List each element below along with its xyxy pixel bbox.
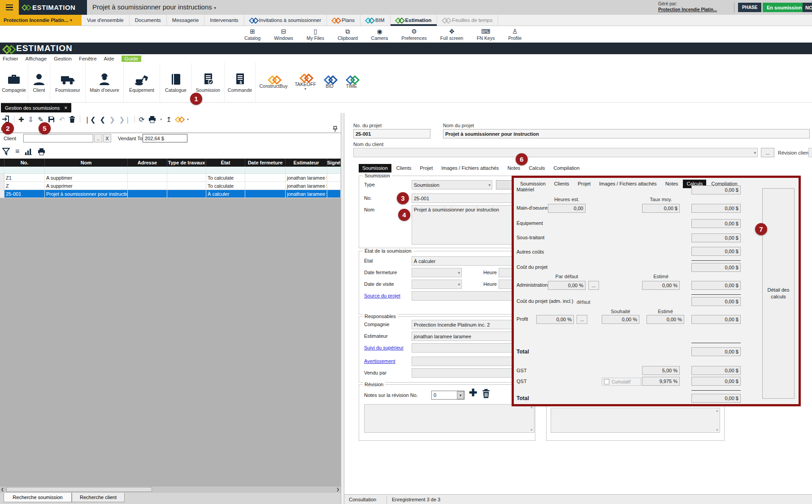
notes2-textarea[interactable]: ▲ ▼ — [551, 408, 720, 433]
table-row-cell[interactable] — [167, 182, 206, 190]
brand-diamonds-icon[interactable] — [176, 117, 183, 122]
filter-cell[interactable] — [327, 167, 341, 174]
revision-notes-textarea[interactable]: ▲ ▼ — [364, 404, 534, 433]
table-row-cell[interactable]: To calculate — [206, 182, 245, 190]
tab-bim[interactable]: BIM — [360, 15, 390, 26]
col-nom[interactable]: Nom — [45, 159, 128, 167]
print-icon[interactable] — [38, 148, 45, 155]
tab-intervenants[interactable]: Intervenants — [204, 15, 244, 26]
table-row-cell-selected[interactable]: jonathan laramee la — [286, 190, 327, 198]
table-row-cell[interactable] — [327, 174, 341, 182]
table-row-cell[interactable] — [128, 174, 167, 182]
windows-button[interactable]: ⊟Windows — [274, 26, 293, 43]
scroll-down-icon[interactable]: ▼ — [530, 428, 533, 431]
filter-cell[interactable] — [286, 167, 327, 174]
table-row-cell[interactable]: A supptimer — [45, 174, 128, 182]
time-button[interactable]: TIME — [340, 63, 363, 102]
profit-estime-field[interactable]: 0,00 % — [647, 315, 684, 324]
table-row-cell[interactable] — [327, 182, 341, 190]
tab-projet[interactable]: Projet — [574, 180, 594, 188]
table-row-cell-selected[interactable]: 25-001 — [4, 190, 45, 198]
menu-fichier[interactable]: Fichier — [3, 56, 18, 61]
avertissement-link[interactable]: Avertissement — [364, 358, 395, 364]
clipboard-button[interactable]: ⧉Clipboard — [338, 26, 358, 43]
suivi-superieur-link[interactable]: Suivi du supérieur — [364, 345, 404, 350]
date-fermeture-combobox[interactable]: ▾ — [412, 268, 462, 277]
source-projet-link[interactable]: Source du projet — [364, 293, 400, 298]
profit-more-button[interactable]: ... — [577, 315, 587, 324]
tab-projet[interactable]: Projet — [416, 164, 436, 172]
table-row-cell-selected[interactable]: À calculer — [206, 190, 245, 198]
admin-defaut-field[interactable]: 0,00 % — [548, 281, 586, 290]
print-icon[interactable] — [148, 116, 156, 123]
detail-calculs-button[interactable]: Détail des calculs — [762, 188, 795, 399]
profit-souhaite-field[interactable]: 0,00 % — [602, 315, 639, 324]
tab-documents[interactable]: Documents — [130, 15, 167, 26]
doc-tab-gestion-soumissions[interactable]: Gestion des soumissions × — [1, 103, 71, 112]
nom-textarea[interactable]: Projet à soumissionner pour instruction — [412, 205, 515, 245]
tab-calculs[interactable]: Calculs — [525, 164, 548, 172]
filter-icon[interactable] — [2, 148, 10, 155]
equipement-button[interactable]: Équipement — [124, 63, 160, 102]
menu-affichage[interactable]: Affichage — [26, 56, 47, 61]
panel-splitter[interactable] — [341, 113, 344, 504]
scroll-down-icon[interactable]: ▼ — [716, 428, 719, 431]
main-taux-field[interactable]: 0,00 $ — [642, 204, 680, 213]
client-more-button[interactable]: ... — [761, 148, 774, 157]
tab-estimation[interactable]: Estimation — [391, 15, 438, 26]
rows-icon[interactable]: ≡ — [15, 148, 19, 155]
col-etat[interactable]: État — [206, 159, 245, 167]
table-row-cell[interactable] — [245, 182, 286, 190]
client-lookup-button[interactable]: .. — [94, 134, 102, 142]
client-button[interactable]: Client — [28, 63, 50, 102]
managed-by-link[interactable]: Protection Incendie Platin... — [658, 7, 717, 12]
admin-more-button[interactable]: ... — [588, 281, 599, 290]
cumulatif-checkbox-group[interactable]: Cumulatif — [602, 378, 641, 386]
table-row-cell-selected[interactable] — [128, 190, 167, 198]
tab-plans[interactable]: Plans — [327, 15, 360, 26]
col-signe[interactable]: Signé — [327, 159, 341, 167]
client-clear-button[interactable]: X — [103, 134, 111, 142]
table-row-cell[interactable] — [128, 182, 167, 190]
filter-cell[interactable] — [245, 167, 286, 174]
chevron-down-icon[interactable]: ▾ — [187, 117, 189, 121]
previous-record-icon[interactable]: ❮ — [100, 116, 105, 123]
tab-images-fichiers[interactable]: Images / Fichiers attachés — [595, 180, 660, 188]
col-no[interactable]: No. — [4, 159, 45, 167]
search-strip[interactable]: Rech — [0, 125, 341, 133]
source-projet-field[interactable] — [412, 291, 515, 301]
etat-field[interactable]: À calculer — [412, 256, 515, 266]
tab-vue-densemble[interactable]: Vue d'ensemble — [82, 15, 130, 26]
fn-keys-button[interactable]: ⌨FN Keys — [477, 26, 495, 43]
menu-guide[interactable]: Guide — [122, 56, 142, 62]
profile-button[interactable]: ♙Profile — [508, 26, 521, 43]
main-doeuvre-button[interactable]: Main d'oeuvre — [86, 63, 124, 102]
admin-estime-field[interactable]: 0,00 % — [642, 281, 680, 290]
project-context-tab[interactable]: Protection Incendie Platin... ▾ — [0, 15, 82, 26]
notes-button[interactable]: NOTE — [803, 3, 812, 12]
col-type-travaux[interactable]: Type de travaux — [167, 159, 206, 167]
filter-cell[interactable] — [206, 167, 245, 174]
compagnie-field[interactable]: Protection Incendie Platinum inc. 2 — [412, 320, 515, 329]
menu-gestion[interactable]: Gestion — [54, 56, 72, 61]
constructbuy-button[interactable]: ConstructBuy — [256, 63, 291, 102]
table-row-cell-selected[interactable] — [327, 190, 341, 198]
preferences-button[interactable]: ⚙Preferences — [401, 26, 427, 43]
select-dropdown-button[interactable]: ▼ — [457, 391, 464, 399]
compagnie-button[interactable]: Compagnie — [0, 63, 28, 102]
tab-soumission[interactable]: Soumission — [359, 164, 391, 172]
tab-notes[interactable]: Notes — [662, 180, 682, 188]
filter-cell[interactable] — [45, 167, 128, 174]
undo-icon[interactable]: ↶ — [59, 116, 65, 123]
table-row-cell-selected[interactable] — [167, 190, 206, 198]
vendu-par-field[interactable] — [412, 368, 515, 378]
add-revision-icon[interactable]: ✚ — [469, 388, 477, 398]
scroll-right-icon[interactable]: ❯ — [336, 487, 339, 491]
table-row-cell[interactable]: jonathan laramee la — [286, 174, 327, 182]
filter-cell[interactable] — [167, 167, 206, 174]
catalog-button[interactable]: ⊞Catalog — [244, 26, 261, 43]
col-adresse[interactable]: Adresse — [128, 159, 167, 167]
row-selector[interactable] — [0, 190, 4, 198]
close-icon[interactable]: × — [64, 105, 67, 111]
last-record-icon[interactable]: ❯❘ — [119, 116, 130, 123]
